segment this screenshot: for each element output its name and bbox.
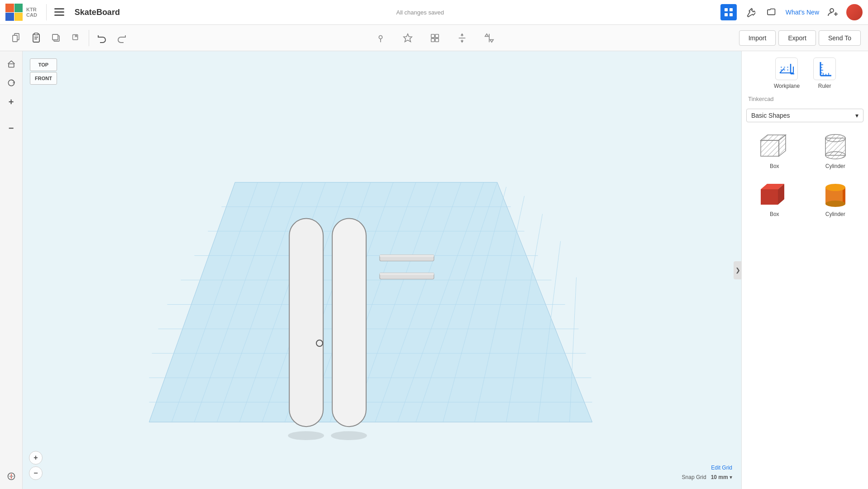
flip-tool[interactable]	[480, 29, 498, 47]
panel-collapse-arrow[interactable]: ❯	[734, 261, 742, 279]
svg-rect-78	[380, 273, 434, 275]
ruler-tool[interactable]: Ruler	[813, 58, 836, 89]
bottom-controls: + −	[29, 451, 43, 480]
shape-cylinder-solid[interactable]: Cylinder	[807, 177, 864, 220]
whats-new-button[interactable]: What's New	[786, 9, 819, 16]
box-wire-label: Box	[770, 163, 779, 169]
ruler-label: Ruler	[818, 83, 831, 89]
svg-rect-82	[781, 69, 782, 71]
svg-rect-72	[289, 219, 323, 427]
cylinder-wire-label: Cylinder	[825, 163, 845, 169]
tinkercad-label: Tinkercad	[746, 96, 863, 102]
divider	[46, 4, 47, 20]
svg-rect-36	[9, 64, 14, 67]
group-tool[interactable]	[426, 29, 444, 47]
zoom-in-btn[interactable]: +	[29, 451, 43, 465]
right-panel: ❯	[741, 51, 868, 489]
align-tool[interactable]	[453, 29, 471, 47]
svg-rect-74	[332, 219, 366, 427]
zoom-out-nav[interactable]: −	[3, 120, 19, 136]
shapes-dropdown[interactable]: Basic Shapes	[746, 109, 863, 122]
right-panel-tools: Workplane	[746, 58, 863, 89]
sendto-button[interactable]: Send To	[819, 30, 861, 46]
svg-rect-1	[54, 11, 64, 13]
svg-marker-34	[485, 34, 488, 36]
delete-button[interactable]	[67, 29, 85, 47]
svg-marker-35	[490, 39, 493, 42]
svg-rect-17	[52, 34, 58, 40]
snap-info: Edit Grid Snap Grid 10 mm ▾	[682, 463, 732, 483]
paste-button[interactable]	[7, 29, 25, 47]
svg-rect-83	[784, 69, 785, 71]
compass-nav[interactable]	[3, 468, 19, 484]
view-top[interactable]: TOP	[30, 58, 57, 71]
svg-rect-111	[843, 187, 845, 204]
box-solid-icon	[756, 179, 792, 209]
toolbar-divider	[89, 30, 89, 46]
svg-marker-40	[8, 475, 14, 477]
tools-icon[interactable]	[742, 4, 758, 20]
rotate-nav[interactable]	[3, 75, 19, 91]
cylinder-wire-icon	[817, 131, 854, 161]
project-title: SkateBoard	[75, 8, 120, 17]
svg-rect-76	[380, 255, 434, 257]
svg-point-71	[288, 431, 324, 440]
zoom-out-btn[interactable]: −	[29, 466, 43, 480]
svg-rect-86	[784, 67, 785, 68]
shape-box-wire[interactable]: Box	[746, 129, 803, 172]
svg-marker-107	[761, 189, 778, 205]
workplane-icon	[775, 58, 798, 80]
workplane-tool[interactable]: Workplane	[774, 58, 800, 89]
avatar[interactable]	[846, 4, 863, 20]
duplicate-button[interactable]	[47, 29, 65, 47]
menu-icon[interactable]	[51, 4, 67, 20]
cylinder-solid-label: Cylinder	[825, 211, 845, 217]
top-bar: KTRCAD SkateBoard All changes saved	[0, 0, 868, 25]
svg-rect-27	[435, 38, 439, 41]
svg-rect-5	[725, 13, 728, 16]
svg-rect-6	[730, 13, 733, 16]
pin-tool[interactable]	[372, 29, 390, 47]
home-nav[interactable]	[3, 56, 19, 72]
snap-chevron[interactable]: ▾	[730, 474, 732, 480]
shape-box-solid[interactable]: Box	[746, 177, 803, 220]
chevron-down-icon	[855, 112, 858, 119]
svg-marker-31	[461, 34, 463, 35]
edit-grid-label[interactable]: Edit Grid	[682, 463, 732, 473]
svg-rect-87	[787, 67, 788, 68]
whats-new-label: What's New	[786, 9, 819, 16]
svg-rect-0	[54, 8, 64, 10]
folder-icon[interactable]	[764, 4, 780, 20]
box-wire-icon	[756, 131, 792, 161]
shapes-dropdown-label: Basic Shapes	[751, 112, 790, 119]
app-logo[interactable]: KTRCAD	[5, 4, 37, 21]
grid-view-button[interactable]	[720, 4, 737, 20]
save-status: All changes saved	[124, 9, 716, 16]
svg-point-113	[825, 201, 845, 207]
svg-rect-25	[435, 34, 439, 37]
stamp-tool[interactable]	[399, 29, 417, 47]
view-cube[interactable]: TOP FRONT	[30, 58, 57, 85]
3d-scene	[23, 51, 741, 489]
svg-rect-3	[725, 8, 728, 11]
workplane-label: Workplane	[774, 83, 800, 89]
svg-point-112	[825, 184, 845, 191]
zoom-in-nav[interactable]: +	[3, 94, 19, 110]
snap-grid-label: Snap Grid 10 mm ▾	[682, 473, 732, 483]
import-button[interactable]: Import	[739, 30, 776, 46]
box-solid-label: Box	[770, 211, 779, 217]
add-user-icon[interactable]	[825, 4, 841, 20]
svg-rect-11	[13, 35, 17, 42]
left-nav: + −	[0, 51, 23, 489]
redo-button[interactable]	[113, 29, 131, 47]
canvas-area[interactable]: TOP FRONT	[23, 51, 741, 489]
svg-rect-2	[54, 14, 64, 16]
toolbar-right: Import Export Send To	[739, 30, 861, 46]
view-front[interactable]: FRONT	[30, 72, 57, 85]
shapes-list: Box Cylinder	[746, 129, 863, 220]
svg-marker-100	[761, 140, 779, 156]
shape-cylinder-wire[interactable]: Cylinder	[807, 129, 864, 172]
export-button[interactable]: Export	[778, 30, 816, 46]
clipboard-button[interactable]	[27, 29, 45, 47]
undo-button[interactable]	[93, 29, 111, 47]
